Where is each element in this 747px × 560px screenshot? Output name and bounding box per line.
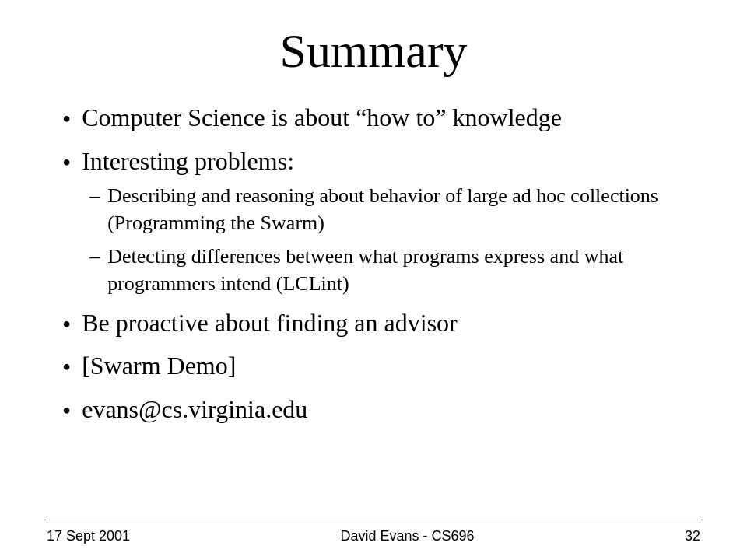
slide-content: • Computer Science is about “how to” kno… bbox=[47, 102, 700, 520]
bullet-item-5: • evans@cs.virginia.edu bbox=[62, 394, 700, 428]
sub-bullet-dash-2-1: – bbox=[89, 182, 100, 209]
sub-bullet-text-2-2: Detecting differences between what progr… bbox=[107, 243, 700, 297]
slide-footer: 17 Sept 2001 David Evans - CS696 32 bbox=[47, 520, 700, 544]
sub-bullet-text-2-1: Describing and reasoning about behavior … bbox=[107, 182, 700, 236]
bullet-dot-1: • bbox=[62, 103, 71, 136]
sub-bullet-dash-2-2: – bbox=[89, 243, 100, 270]
footer-title: David Evans - CS696 bbox=[340, 528, 474, 544]
sub-bullet-item-2-1: – Describing and reasoning about behavio… bbox=[89, 182, 700, 236]
bullet-item-3: • Be proactive about finding an advisor bbox=[62, 307, 700, 341]
footer-page-number: 32 bbox=[685, 528, 700, 544]
bullet-dot-2: • bbox=[62, 147, 71, 180]
bullet-dot-3: • bbox=[62, 309, 71, 341]
slide: Summary • Computer Science is about “how… bbox=[0, 0, 747, 560]
bullet-dot-5: • bbox=[62, 395, 71, 428]
bullet-text-2: Interesting problems: bbox=[82, 147, 294, 175]
sub-bullets-2: – Describing and reasoning about behavio… bbox=[82, 182, 700, 297]
bullet-text-5: evans@cs.virginia.edu bbox=[82, 395, 307, 423]
bullet-text-3: Be proactive about finding an advisor bbox=[82, 309, 458, 337]
bullet-item-4: • [Swarm Demo] bbox=[62, 350, 700, 384]
bullet-item-2: • Interesting problems: – Describing and… bbox=[62, 145, 700, 298]
bullet-dot-4: • bbox=[62, 352, 71, 384]
footer-date: 17 Sept 2001 bbox=[47, 528, 130, 544]
bullet-text-4: [Swarm Demo] bbox=[82, 352, 236, 380]
bullet-item-1: • Computer Science is about “how to” kno… bbox=[62, 102, 700, 136]
slide-title: Summary bbox=[47, 23, 700, 79]
sub-bullet-item-2-2: – Detecting differences between what pro… bbox=[89, 243, 700, 297]
bullet-text-1: Computer Science is about “how to” knowl… bbox=[82, 103, 562, 131]
